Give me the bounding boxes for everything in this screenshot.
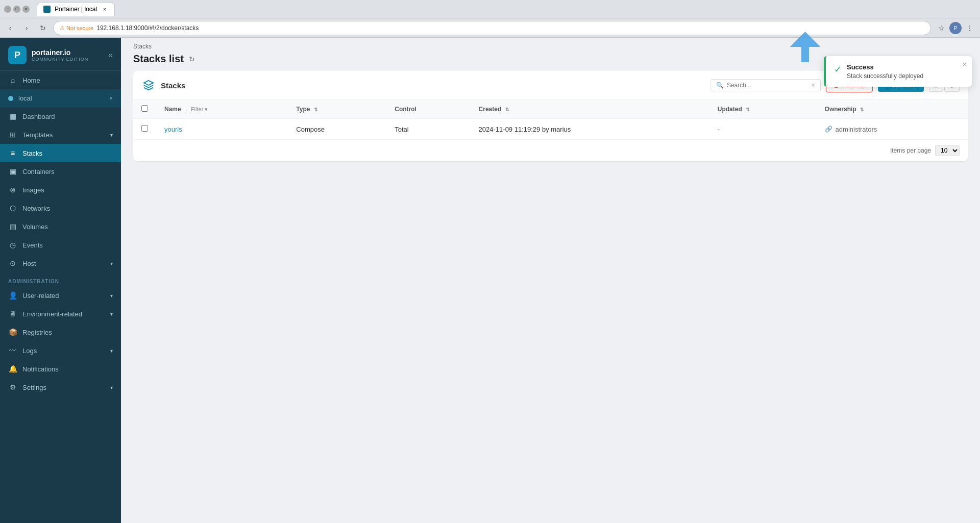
toast-container: ✓ Success Stack successfully deployed × — [824, 56, 972, 87]
bookmark-button[interactable]: ☆ — [935, 22, 947, 34]
sidebar-item-containers[interactable]: ▣ Containers — [0, 162, 121, 181]
sidebar-item-label: Dashboard — [22, 113, 55, 120]
search-icon: 🔍 — [716, 82, 724, 89]
sidebar-item-events[interactable]: ◷ Events — [0, 236, 121, 254]
row-checkbox[interactable] — [141, 125, 148, 132]
networks-icon: ⬡ — [8, 204, 17, 212]
search-box[interactable]: 🔍 × — [710, 79, 821, 91]
notifications-icon: 🔔 — [8, 365, 17, 373]
logs-icon: 〰 — [8, 346, 17, 355]
ownership-icon: 🔗 — [825, 126, 832, 133]
sidebar-item-label: Home — [22, 77, 40, 84]
page-title: Stacks list — [133, 53, 184, 65]
registries-icon: 📦 — [8, 328, 17, 336]
stack-name-link[interactable]: yourls — [164, 126, 182, 133]
content-area: Stacks 🔍 × 🗑 Remove + Add stack — [121, 71, 980, 523]
toast-success-icon: ✓ — [834, 64, 842, 75]
sidebar-item-label: Settings — [22, 384, 46, 391]
events-icon: ◷ — [8, 241, 17, 249]
sidebar-item-notifications[interactable]: 🔔 Notifications — [0, 360, 121, 378]
tab-close-button[interactable]: × — [101, 6, 108, 13]
sidebar-env-label: local — [18, 94, 32, 102]
table-header: Name ↓ Filter ▾ Type ⇅ Control — [133, 100, 968, 119]
user-icon: 👤 — [8, 291, 17, 300]
menu-button[interactable]: ⋮ — [964, 22, 976, 34]
sidebar-item-host[interactable]: ⊙ Host ▾ — [0, 254, 121, 272]
stacks-table: Name ↓ Filter ▾ Type ⇅ Control — [133, 100, 968, 140]
sidebar-item-label: Environment-related — [22, 310, 82, 318]
sidebar-item-registries[interactable]: 📦 Registries — [0, 323, 121, 341]
sidebar-item-label: Images — [22, 186, 44, 194]
sidebar-item-environment-related[interactable]: 🖥 Environment-related ▾ — [0, 305, 121, 323]
tab-bar: Portainer | local × — [37, 2, 115, 17]
address-bar[interactable]: ⚠ Not secure 192.168.1.18:9000/#!/2/dock… — [53, 21, 931, 35]
window-minimize[interactable]: − — [4, 6, 11, 13]
sidebar-item-networks[interactable]: ⬡ Networks — [0, 199, 121, 217]
warning-icon: ⚠ — [60, 24, 65, 31]
sidebar-logo: P portainer.io Community Edition « — [0, 38, 121, 71]
back-button[interactable]: ‹ — [4, 22, 16, 34]
sidebar-item-label: Events — [22, 241, 43, 249]
ownership-column-header[interactable]: Ownership ⇅ — [817, 100, 968, 119]
window-maximize[interactable]: □ — [13, 6, 20, 13]
breadcrumb-text: Stacks — [133, 43, 152, 50]
sidebar-item-home[interactable]: ⌂ Home — [0, 71, 121, 89]
sidebar-item-dashboard[interactable]: ▦ Dashboard — [0, 107, 121, 126]
sidebar-item-templates[interactable]: ⊞ Templates ▾ — [0, 126, 121, 144]
row-control-cell: Total — [386, 119, 470, 140]
search-input[interactable] — [727, 82, 808, 89]
sidebar-item-images[interactable]: ⊗ Images — [0, 181, 121, 199]
select-all-checkbox[interactable] — [141, 105, 148, 112]
templates-icon: ⊞ — [8, 131, 17, 139]
row-checkbox-cell — [133, 119, 156, 140]
name-column-header[interactable]: Name ↓ Filter ▾ — [156, 100, 288, 119]
created-column-header[interactable]: Created ⇅ — [471, 100, 709, 119]
chevron-down-icon: ▾ — [110, 293, 113, 298]
sidebar-item-stacks[interactable]: ≡ Stacks — [0, 144, 121, 162]
chevron-down-icon: ▾ — [110, 261, 113, 266]
row-name-cell[interactable]: yourls — [156, 119, 288, 140]
sidebar-item-label: Stacks — [22, 150, 42, 157]
sidebar-item-settings[interactable]: ⚙ Settings ▾ — [0, 378, 121, 396]
items-per-page-area: Items per page 10 25 50 — [133, 140, 968, 161]
card-title: Stacks — [161, 81, 185, 90]
sidebar-item-logs[interactable]: 〰 Logs ▾ — [0, 341, 121, 360]
sidebar-env-local[interactable]: local × — [0, 89, 121, 107]
items-per-page-select[interactable]: 10 25 50 — [935, 145, 960, 156]
updated-column-header[interactable]: Updated ⇅ — [709, 100, 817, 119]
search-clear-button[interactable]: × — [812, 82, 815, 89]
sidebar-item-label: Templates — [22, 131, 53, 139]
refresh-button[interactable]: ↻ — [189, 55, 195, 63]
sidebar-item-label: Networks — [22, 205, 50, 212]
active-tab[interactable]: Portainer | local × — [37, 2, 115, 16]
sidebar-item-label: Host — [22, 260, 36, 267]
browser-actions: ☆ P ⋮ — [935, 22, 976, 34]
sidebar-item-label: User-related — [22, 292, 59, 300]
logo-icon: P — [8, 46, 27, 64]
admin-section-label: Administration — [0, 272, 121, 286]
toast-close-button[interactable]: × — [963, 60, 967, 68]
sidebar-collapse-button[interactable]: « — [108, 51, 113, 60]
environment-icon: 🖥 — [8, 310, 17, 318]
toast-body: Success Stack successfully deployed — [847, 63, 964, 80]
images-icon: ⊗ — [8, 186, 17, 194]
logo-text: portainer.io Community Edition — [32, 48, 88, 62]
profile-avatar[interactable]: P — [949, 22, 962, 34]
type-sort-icon: ⇅ — [314, 107, 318, 112]
control-column-header: Control — [386, 100, 470, 119]
select-all-header — [133, 100, 156, 119]
security-indicator: ⚠ Not secure — [60, 24, 93, 31]
forward-button[interactable]: › — [20, 22, 33, 34]
sidebar-item-volumes[interactable]: ▤ Volumes — [0, 217, 121, 236]
tab-title: Portainer | local — [55, 6, 97, 13]
window-close[interactable]: × — [22, 6, 30, 13]
env-close-button[interactable]: × — [109, 95, 113, 102]
reload-button[interactable]: ↻ — [37, 22, 49, 34]
sidebar-item-label: Notifications — [22, 365, 59, 373]
type-column-header[interactable]: Type ⇅ — [288, 100, 386, 119]
chevron-down-icon: ▾ — [110, 132, 113, 138]
created-sort-icon: ⇅ — [505, 107, 509, 112]
name-filter-button[interactable]: Filter ▾ — [191, 106, 208, 113]
chevron-down-icon: ▾ — [110, 311, 113, 317]
sidebar-item-user-related[interactable]: 👤 User-related ▾ — [0, 286, 121, 305]
